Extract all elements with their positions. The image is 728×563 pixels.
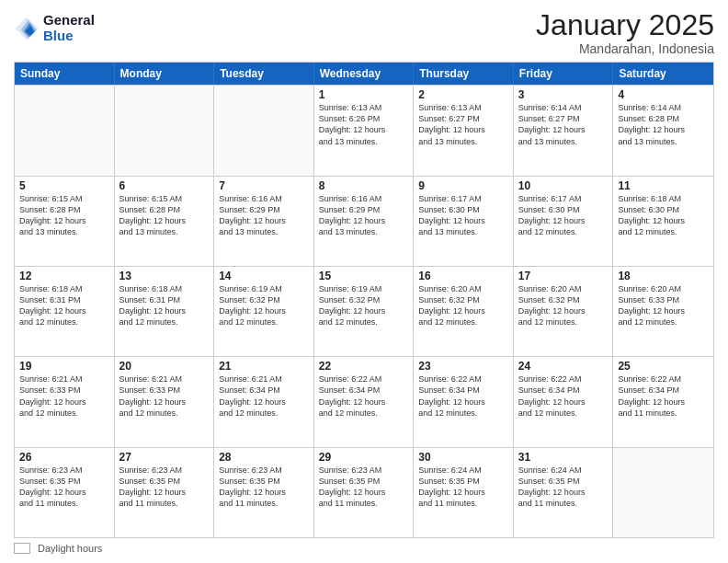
day-of-week-sunday: Sunday bbox=[15, 63, 115, 85]
logo-text: General Blue bbox=[43, 13, 95, 43]
cell-detail: Sunrise: 6:21 AM Sunset: 6:34 PM Dayligh… bbox=[219, 373, 309, 419]
cal-cell: 4Sunrise: 6:14 AM Sunset: 6:28 PM Daylig… bbox=[613, 86, 713, 175]
day-number: 8 bbox=[319, 179, 409, 192]
cal-cell: 24Sunrise: 6:22 AM Sunset: 6:34 PM Dayli… bbox=[514, 357, 614, 446]
cell-detail: Sunrise: 6:22 AM Sunset: 6:34 PM Dayligh… bbox=[518, 373, 609, 419]
calendar-body: 1Sunrise: 6:13 AM Sunset: 6:26 PM Daylig… bbox=[15, 85, 713, 537]
day-number: 12 bbox=[19, 270, 109, 282]
cell-detail: Sunrise: 6:22 AM Sunset: 6:34 PM Dayligh… bbox=[618, 373, 709, 419]
day-number: 26 bbox=[19, 451, 109, 464]
cell-detail: Sunrise: 6:23 AM Sunset: 6:35 PM Dayligh… bbox=[19, 465, 109, 510]
cal-cell: 30Sunrise: 6:24 AM Sunset: 6:35 PM Dayli… bbox=[414, 448, 514, 537]
day-number: 20 bbox=[119, 360, 210, 373]
cell-detail: Sunrise: 6:24 AM Sunset: 6:35 PM Dayligh… bbox=[418, 465, 508, 510]
logo-icon bbox=[14, 16, 40, 41]
cal-cell: 17Sunrise: 6:20 AM Sunset: 6:32 PM Dayli… bbox=[514, 267, 614, 356]
week-row-2: 5Sunrise: 6:15 AM Sunset: 6:28 PM Daylig… bbox=[15, 176, 713, 266]
cal-cell bbox=[15, 86, 115, 175]
cell-detail: Sunrise: 6:17 AM Sunset: 6:30 PM Dayligh… bbox=[418, 193, 508, 238]
day-number: 23 bbox=[418, 360, 508, 373]
cell-detail: Sunrise: 6:14 AM Sunset: 6:27 PM Dayligh… bbox=[518, 102, 609, 147]
cal-cell: 20Sunrise: 6:21 AM Sunset: 6:33 PM Dayli… bbox=[115, 357, 215, 446]
day-of-week-tuesday: Tuesday bbox=[214, 63, 314, 85]
cal-cell: 31Sunrise: 6:24 AM Sunset: 6:35 PM Dayli… bbox=[514, 448, 614, 537]
cal-cell: 3Sunrise: 6:14 AM Sunset: 6:27 PM Daylig… bbox=[514, 86, 614, 175]
cal-cell: 11Sunrise: 6:18 AM Sunset: 6:30 PM Dayli… bbox=[613, 177, 713, 266]
cal-cell: 6Sunrise: 6:15 AM Sunset: 6:28 PM Daylig… bbox=[115, 177, 215, 266]
cell-detail: Sunrise: 6:19 AM Sunset: 6:32 PM Dayligh… bbox=[219, 283, 309, 328]
cal-cell: 15Sunrise: 6:19 AM Sunset: 6:32 PM Dayli… bbox=[314, 267, 415, 356]
calendar-header: SundayMondayTuesdayWednesdayThursdayFrid… bbox=[15, 63, 713, 85]
cal-cell: 21Sunrise: 6:21 AM Sunset: 6:34 PM Dayli… bbox=[214, 357, 314, 446]
day-number: 29 bbox=[319, 451, 409, 464]
cal-cell: 2Sunrise: 6:13 AM Sunset: 6:27 PM Daylig… bbox=[414, 86, 514, 175]
day-number: 28 bbox=[219, 451, 309, 464]
cal-cell: 28Sunrise: 6:23 AM Sunset: 6:35 PM Dayli… bbox=[214, 448, 314, 537]
cell-detail: Sunrise: 6:24 AM Sunset: 6:35 PM Dayligh… bbox=[518, 465, 609, 510]
day-number: 21 bbox=[219, 360, 309, 373]
cal-cell: 13Sunrise: 6:18 AM Sunset: 6:31 PM Dayli… bbox=[115, 267, 215, 356]
logo: General Blue bbox=[14, 13, 95, 43]
day-of-week-friday: Friday bbox=[514, 63, 614, 85]
cell-detail: Sunrise: 6:18 AM Sunset: 6:31 PM Dayligh… bbox=[19, 283, 109, 328]
day-number: 17 bbox=[518, 270, 609, 282]
cal-cell: 5Sunrise: 6:15 AM Sunset: 6:28 PM Daylig… bbox=[15, 177, 115, 266]
cell-detail: Sunrise: 6:14 AM Sunset: 6:28 PM Dayligh… bbox=[618, 102, 709, 147]
cell-detail: Sunrise: 6:23 AM Sunset: 6:35 PM Dayligh… bbox=[219, 465, 309, 510]
day-number: 22 bbox=[319, 360, 409, 373]
week-row-4: 19Sunrise: 6:21 AM Sunset: 6:33 PM Dayli… bbox=[15, 356, 713, 446]
cell-detail: Sunrise: 6:21 AM Sunset: 6:33 PM Dayligh… bbox=[19, 373, 109, 419]
header: General Blue January 2025 Mandarahan, In… bbox=[14, 9, 714, 56]
day-number: 19 bbox=[19, 360, 109, 373]
footer: Daylight hours bbox=[14, 543, 714, 554]
cal-cell: 7Sunrise: 6:16 AM Sunset: 6:29 PM Daylig… bbox=[214, 177, 314, 266]
cal-cell: 14Sunrise: 6:19 AM Sunset: 6:32 PM Dayli… bbox=[214, 267, 314, 356]
cal-cell: 18Sunrise: 6:20 AM Sunset: 6:33 PM Dayli… bbox=[613, 267, 713, 356]
day-of-week-monday: Monday bbox=[115, 63, 215, 85]
month-year: January 2025 bbox=[536, 9, 714, 41]
calendar: SundayMondayTuesdayWednesdayThursdayFrid… bbox=[14, 62, 714, 538]
cal-cell bbox=[613, 448, 713, 537]
cell-detail: Sunrise: 6:20 AM Sunset: 6:33 PM Dayligh… bbox=[618, 283, 709, 328]
cell-detail: Sunrise: 6:15 AM Sunset: 6:28 PM Dayligh… bbox=[19, 193, 109, 238]
cell-detail: Sunrise: 6:23 AM Sunset: 6:35 PM Dayligh… bbox=[119, 465, 210, 510]
cal-cell: 22Sunrise: 6:22 AM Sunset: 6:34 PM Dayli… bbox=[314, 357, 415, 446]
day-number: 9 bbox=[418, 179, 508, 192]
cell-detail: Sunrise: 6:15 AM Sunset: 6:28 PM Dayligh… bbox=[119, 193, 210, 238]
cal-cell: 27Sunrise: 6:23 AM Sunset: 6:35 PM Dayli… bbox=[115, 448, 215, 537]
page: General Blue January 2025 Mandarahan, In… bbox=[0, 0, 728, 563]
cell-detail: Sunrise: 6:19 AM Sunset: 6:32 PM Dayligh… bbox=[319, 283, 409, 328]
cell-detail: Sunrise: 6:23 AM Sunset: 6:35 PM Dayligh… bbox=[319, 465, 409, 510]
week-row-3: 12Sunrise: 6:18 AM Sunset: 6:31 PM Dayli… bbox=[15, 266, 713, 356]
day-number: 31 bbox=[518, 451, 609, 464]
cal-cell: 10Sunrise: 6:17 AM Sunset: 6:30 PM Dayli… bbox=[514, 177, 614, 266]
cal-cell: 23Sunrise: 6:22 AM Sunset: 6:34 PM Dayli… bbox=[414, 357, 514, 446]
day-of-week-thursday: Thursday bbox=[414, 63, 514, 85]
cell-detail: Sunrise: 6:16 AM Sunset: 6:29 PM Dayligh… bbox=[219, 193, 309, 238]
cell-detail: Sunrise: 6:22 AM Sunset: 6:34 PM Dayligh… bbox=[418, 373, 508, 419]
cal-cell bbox=[214, 86, 314, 175]
cell-detail: Sunrise: 6:20 AM Sunset: 6:32 PM Dayligh… bbox=[518, 283, 609, 328]
location: Mandarahan, Indonesia bbox=[536, 41, 714, 56]
day-number: 18 bbox=[618, 270, 709, 282]
day-number: 7 bbox=[219, 179, 309, 192]
day-number: 30 bbox=[418, 451, 508, 464]
day-number: 10 bbox=[518, 179, 609, 192]
cell-detail: Sunrise: 6:21 AM Sunset: 6:33 PM Dayligh… bbox=[119, 373, 210, 419]
cal-cell: 25Sunrise: 6:22 AM Sunset: 6:34 PM Dayli… bbox=[613, 357, 713, 446]
day-number: 16 bbox=[418, 270, 508, 282]
cal-cell: 9Sunrise: 6:17 AM Sunset: 6:30 PM Daylig… bbox=[414, 177, 514, 266]
cell-detail: Sunrise: 6:18 AM Sunset: 6:30 PM Dayligh… bbox=[618, 193, 709, 238]
cal-cell: 16Sunrise: 6:20 AM Sunset: 6:32 PM Dayli… bbox=[414, 267, 514, 356]
day-number: 13 bbox=[119, 270, 210, 282]
day-number: 11 bbox=[618, 179, 709, 192]
day-number: 6 bbox=[119, 179, 210, 192]
day-number: 3 bbox=[518, 88, 609, 101]
day-of-week-saturday: Saturday bbox=[613, 63, 713, 85]
cell-detail: Sunrise: 6:18 AM Sunset: 6:31 PM Dayligh… bbox=[119, 283, 210, 328]
day-number: 24 bbox=[518, 360, 609, 373]
day-of-week-wednesday: Wednesday bbox=[314, 63, 415, 85]
cell-detail: Sunrise: 6:17 AM Sunset: 6:30 PM Dayligh… bbox=[518, 193, 609, 238]
footer-label: Daylight hours bbox=[38, 543, 102, 554]
day-number: 2 bbox=[418, 88, 508, 101]
